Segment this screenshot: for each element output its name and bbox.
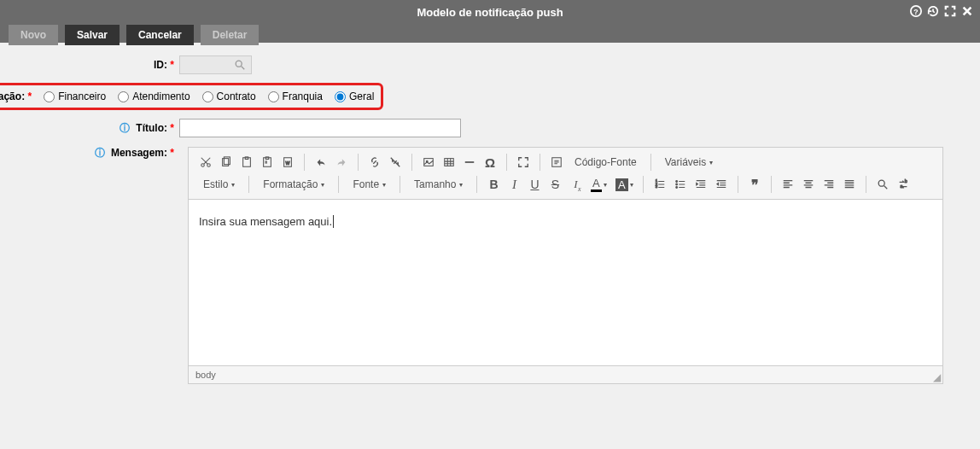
svg-point-21 — [676, 184, 678, 185]
blockquote-icon[interactable]: ❞ — [745, 175, 764, 194]
strike-icon[interactable]: S — [545, 175, 564, 194]
align-right-icon[interactable] — [820, 175, 838, 194]
codigo-fonte-button[interactable]: Código-Fonte — [568, 154, 644, 171]
salvar-button[interactable]: Salvar — [65, 25, 120, 45]
unlink-icon[interactable] — [386, 153, 405, 172]
tipo-highlight-box: Tipo de notificação: * Financeiro Atendi… — [0, 83, 383, 110]
underline-icon[interactable]: U — [525, 175, 544, 194]
titulo-label: ⓘ Título: * — [17, 121, 179, 136]
copy-icon[interactable] — [217, 153, 236, 172]
form-body: ID: * Tipo de notificação: * Financeiro … — [0, 43, 980, 397]
svg-text:a: a — [901, 184, 903, 189]
image-icon[interactable] — [419, 153, 438, 172]
variaveis-dropdown[interactable]: Variáveis ▾ — [658, 154, 720, 171]
link-icon[interactable] — [365, 153, 384, 172]
id-label: ID: * — [17, 59, 179, 71]
help-icon[interactable]: ? — [910, 5, 922, 20]
titulo-row: ⓘ Título: * — [17, 119, 963, 137]
maximize-icon[interactable] — [514, 153, 533, 172]
editor-footer: body ◢ — [188, 366, 943, 384]
window-title: Modelo de notificação push — [0, 0, 980, 19]
id-input[interactable] — [179, 55, 252, 74]
undo-icon[interactable] — [312, 153, 330, 172]
mensagem-label: ⓘ Mensagem: * — [17, 146, 179, 160]
cancelar-button[interactable]: Cancelar — [126, 25, 194, 45]
bullet-list-icon[interactable] — [671, 175, 690, 194]
window-controls: ? — [910, 5, 973, 20]
cut-icon[interactable] — [196, 153, 215, 172]
radio-contrato[interactable]: Contrato — [202, 90, 256, 102]
tipo-row: Tipo de notificação: * Financeiro Atendi… — [0, 83, 963, 110]
close-icon[interactable] — [961, 5, 973, 20]
history-icon[interactable] — [927, 5, 939, 20]
source-icon[interactable] — [547, 153, 566, 172]
paste-icon[interactable] — [237, 153, 256, 172]
radio-atendimento[interactable]: Atendimento — [118, 90, 190, 102]
tamanho-dropdown[interactable]: Tamanho ▾ — [407, 176, 470, 193]
svg-point-22 — [676, 187, 678, 189]
radio-geral[interactable]: Geral — [335, 90, 374, 102]
editor: W Ω — [188, 147, 943, 384]
titulo-input[interactable] — [179, 119, 461, 137]
expand-icon[interactable] — [944, 5, 956, 20]
deletar-button[interactable]: Deletar — [201, 25, 260, 45]
paste-word-icon[interactable]: W — [278, 153, 297, 172]
tipo-label: Tipo de notificação: * — [0, 90, 37, 102]
hr-icon[interactable] — [460, 153, 479, 172]
svg-text:3: 3 — [656, 184, 658, 189]
radio-franquia[interactable]: Franquia — [268, 90, 323, 102]
special-char-icon[interactable]: Ω — [481, 153, 499, 172]
svg-point-4 — [207, 164, 211, 167]
remove-format-icon[interactable]: Ix — [566, 175, 585, 194]
svg-text:b: b — [905, 178, 907, 184]
numbered-list-icon[interactable]: 123 — [650, 175, 669, 194]
find-icon[interactable] — [873, 175, 892, 194]
svg-text:?: ? — [913, 8, 918, 16]
align-left-icon[interactable] — [779, 175, 797, 194]
svg-text:W: W — [286, 160, 290, 166]
fonte-dropdown[interactable]: Fonte ▾ — [346, 176, 393, 193]
svg-rect-15 — [445, 159, 454, 166]
estilo-dropdown[interactable]: Estilo ▾ — [196, 176, 242, 193]
resize-handle-icon[interactable]: ◢ — [933, 371, 941, 383]
italic-icon[interactable]: I — [505, 175, 523, 194]
radio-financeiro[interactable]: Financeiro — [44, 90, 106, 102]
info-icon[interactable]: ⓘ — [95, 147, 105, 159]
novo-button[interactable]: Novo — [9, 25, 58, 45]
outdent-icon[interactable] — [691, 175, 710, 194]
editor-path[interactable]: body — [195, 370, 216, 380]
bold-icon[interactable]: B — [484, 175, 503, 194]
replace-icon[interactable]: ab — [894, 175, 913, 194]
table-icon[interactable] — [440, 153, 458, 172]
info-icon[interactable]: ⓘ — [120, 122, 130, 134]
redo-icon[interactable] — [332, 153, 351, 172]
align-justify-icon[interactable] — [840, 175, 859, 194]
indent-icon[interactable] — [712, 175, 731, 194]
svg-point-2 — [236, 61, 242, 67]
align-center-icon[interactable] — [799, 175, 818, 194]
editor-content[interactable]: Insira sua mensagem aqui. — [188, 200, 943, 366]
action-toolbar: Novo Salvar Cancelar Deletar — [0, 20, 267, 50]
id-row: ID: * — [17, 55, 963, 74]
tipo-radio-group: Financeiro Atendimento Contrato Franquia… — [44, 90, 374, 102]
paste-text-icon[interactable] — [258, 153, 277, 172]
formatacao-dropdown[interactable]: Formatação ▾ — [256, 176, 331, 193]
text-color-icon[interactable]: A▾ — [586, 175, 610, 194]
editor-toolbar: W Ω — [188, 147, 943, 200]
svg-point-20 — [676, 181, 678, 183]
search-icon[interactable] — [234, 59, 246, 73]
svg-point-23 — [879, 180, 885, 186]
bg-color-icon[interactable]: A▾ — [612, 175, 636, 194]
window-header: Modelo de notificação push Novo Salvar C… — [0, 0, 980, 43]
svg-point-3 — [201, 164, 205, 167]
